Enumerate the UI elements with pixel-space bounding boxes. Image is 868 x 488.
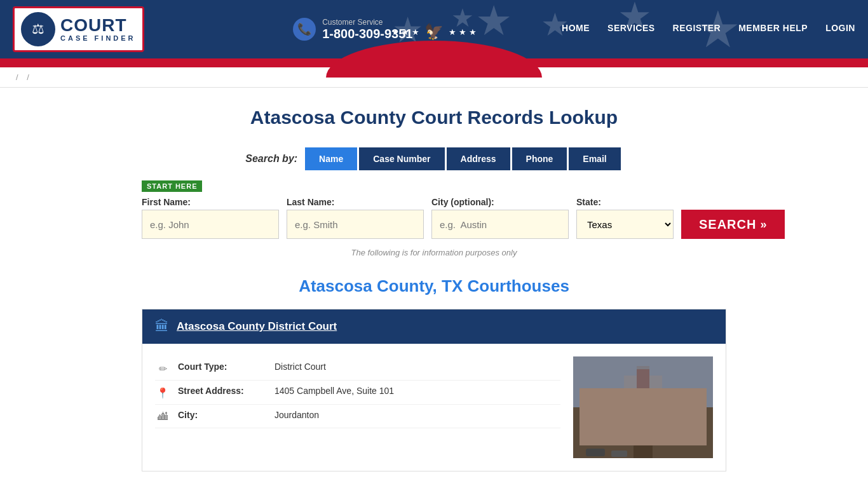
state-label: State: xyxy=(576,197,674,207)
city-group: City (optional): xyxy=(431,197,569,239)
nav-login[interactable]: LOGIN xyxy=(825,23,855,36)
courthouse-icon: 🏛 xyxy=(155,318,169,335)
tab-phone[interactable]: Phone xyxy=(512,147,567,170)
address-label: Street Address: xyxy=(178,386,267,396)
city-icon: 🏙 xyxy=(155,410,170,423)
detail-city: 🏙 City: Jourdanton xyxy=(155,405,560,428)
courthouse-card: 🏛 Atascosa County District Court ✏ Court… xyxy=(142,309,726,471)
court-type-value: District Court xyxy=(275,362,326,372)
search-form: First Name: Last Name: City (optional): … xyxy=(142,197,726,239)
svg-rect-2 xyxy=(599,388,688,445)
stars-left: ★★★ xyxy=(391,27,419,37)
svg-rect-14 xyxy=(586,449,605,456)
search-by-label: Search by: xyxy=(245,153,297,165)
nav-member-help[interactable]: MEMBER HELP xyxy=(738,23,808,36)
search-btn-label: SEARCH xyxy=(699,217,756,232)
tab-case-number[interactable]: Case Number xyxy=(359,147,444,170)
city-input[interactable] xyxy=(431,210,569,239)
courthouse-header: 🏛 Atascosa County District Court xyxy=(142,309,726,344)
logo-emblem: ⚖ xyxy=(21,12,55,46)
svg-rect-5 xyxy=(608,401,620,415)
city-detail-value: Jourdanton xyxy=(275,410,319,420)
nav-services[interactable]: SERVICES xyxy=(607,23,655,36)
last-name-label: Last Name: xyxy=(287,197,424,207)
detail-address: 📍 Street Address: 1405 Campbell Ave, Sui… xyxy=(155,381,560,405)
page-title: Atascosa County Court Records Lookup xyxy=(142,107,726,128)
svg-rect-9 xyxy=(672,401,683,415)
logo-area: ⚖ COURT CASE FINDER xyxy=(13,6,144,52)
tab-address[interactable]: Address xyxy=(447,147,510,170)
svg-rect-13 xyxy=(573,356,713,407)
eagle-area: ★★★ 🦅 ★★★ xyxy=(326,23,542,41)
logo-subtitle: CASE FINDER xyxy=(60,34,136,42)
tab-email[interactable]: Email xyxy=(569,147,620,170)
search-section: Search by: Name Case Number Address Phon… xyxy=(142,147,726,257)
courthouse-name-link[interactable]: Atascosa County District Court xyxy=(177,320,337,333)
svg-rect-8 xyxy=(656,401,667,415)
courthouse-body: ✏ Court Type: District Court 📍 Street Ad… xyxy=(142,344,726,471)
svg-rect-10 xyxy=(634,430,653,458)
address-value: 1405 Campbell Ave, Suite 101 xyxy=(275,386,394,396)
city-detail-label: City: xyxy=(178,410,267,420)
court-type-icon: ✏ xyxy=(155,362,170,375)
nav-home[interactable]: HOME xyxy=(562,23,590,36)
courthouses-title: Atascosa County, TX Courthouses xyxy=(142,276,726,296)
breadcrumb-sep-2: / xyxy=(27,72,29,82)
svg-rect-11 xyxy=(605,388,609,439)
logo-link[interactable]: ⚖ COURT CASE FINDER xyxy=(13,6,144,52)
svg-rect-12 xyxy=(677,388,681,439)
main-nav: HOME SERVICES REGISTER MEMBER HELP LOGIN xyxy=(562,23,855,36)
courthouse-details: ✏ Court Type: District Court 📍 Street Ad… xyxy=(155,356,560,458)
phone-icon: 📞 xyxy=(293,18,316,41)
eagle-icon: 🦅 xyxy=(424,23,444,41)
arch-banner: ★★★ 🦅 ★★★ xyxy=(0,58,868,67)
first-name-label: First Name: xyxy=(142,197,279,207)
detail-court-type: ✏ Court Type: District Court xyxy=(155,356,560,381)
breadcrumb-sep-1: / xyxy=(16,72,18,82)
stars-right: ★★★ xyxy=(449,27,477,37)
tab-name[interactable]: Name xyxy=(305,147,357,170)
state-select[interactable]: AlabamaAlaskaArizonaArkansasCaliforniaCo… xyxy=(576,210,674,239)
courthouse-photo-placeholder xyxy=(573,356,713,458)
first-name-group: First Name: xyxy=(142,197,279,239)
svg-rect-7 xyxy=(640,401,651,415)
address-icon: 📍 xyxy=(155,386,170,399)
state-group: State: AlabamaAlaskaArizonaArkansasCalif… xyxy=(576,197,674,239)
main-content: Atascosa County Court Records Lookup Sea… xyxy=(129,88,739,488)
courthouse-svg xyxy=(573,356,713,458)
city-label: City (optional): xyxy=(431,197,569,207)
last-name-input[interactable] xyxy=(287,210,424,239)
search-chevrons: » xyxy=(760,218,767,231)
svg-rect-15 xyxy=(611,451,627,457)
nav-register[interactable]: REGISTER xyxy=(673,23,721,36)
courthouse-image xyxy=(573,356,713,458)
info-note: The following is for information purpose… xyxy=(142,248,726,257)
first-name-input[interactable] xyxy=(142,210,279,239)
logo-text: COURT CASE FINDER xyxy=(60,17,136,42)
court-type-label: Court Type: xyxy=(178,362,267,372)
search-by-row: Search by: Name Case Number Address Phon… xyxy=(142,147,726,170)
last-name-group: Last Name: xyxy=(287,197,424,239)
logo-brand: COURT xyxy=(60,17,136,34)
svg-rect-6 xyxy=(624,401,635,415)
start-here-badge: START HERE xyxy=(142,180,726,197)
search-button[interactable]: SEARCH » xyxy=(681,210,785,239)
